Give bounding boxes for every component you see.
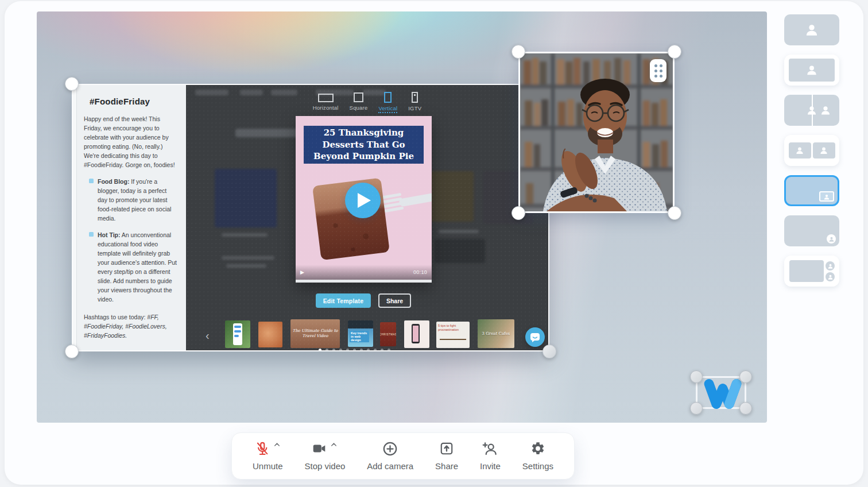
mic-muted-icon bbox=[255, 441, 270, 456]
pagination-dot[interactable] bbox=[367, 349, 370, 350]
video-preview-card: 25 Thanksgiving Desserts That Go Beyond … bbox=[296, 116, 432, 283]
stop-video-button[interactable]: Stop video bbox=[304, 441, 345, 471]
thumbnail-phone-chat[interactable] bbox=[225, 320, 250, 348]
bullet-square-icon bbox=[89, 232, 94, 237]
resize-handle-top-left[interactable] bbox=[65, 77, 79, 91]
share-screen-icon bbox=[439, 441, 454, 456]
bullet-lead: Food Blog: bbox=[98, 178, 129, 185]
pagination-dot[interactable] bbox=[319, 349, 321, 350]
chevron-up-icon[interactable] bbox=[273, 441, 281, 449]
logo-handle-bottom-left[interactable] bbox=[690, 402, 703, 415]
video-title-banner: 25 Thanksgiving Desserts That Go Beyond … bbox=[304, 126, 424, 164]
pagination-dot[interactable] bbox=[346, 349, 349, 350]
thumbnail-autumn-gratitude[interactable] bbox=[258, 322, 282, 347]
pagination-dot[interactable] bbox=[388, 349, 390, 350]
small-play-icon[interactable]: ▶ bbox=[300, 269, 304, 275]
horizontal-rect-icon bbox=[318, 94, 334, 102]
person-icon bbox=[827, 263, 834, 269]
webcam-handle-top-left[interactable] bbox=[512, 45, 525, 59]
logo-handle-top-left[interactable] bbox=[690, 370, 703, 383]
pagination-dot[interactable] bbox=[353, 349, 356, 350]
person-icon bbox=[819, 146, 828, 155]
add-camera-button[interactable]: Add camera bbox=[367, 441, 413, 471]
pagination-dot[interactable] bbox=[332, 349, 335, 350]
camera-bubble-icon bbox=[827, 234, 836, 244]
shared-app-screen: Horizontal Square Vertical IGTV 2 bbox=[186, 85, 548, 350]
bullet-body: An unconventional educational food video… bbox=[98, 231, 177, 303]
tab-igtv[interactable]: IGTV bbox=[408, 92, 421, 113]
pagination-dot[interactable] bbox=[374, 349, 377, 350]
webcam-handle-bottom-left[interactable] bbox=[512, 206, 525, 220]
edit-template-button[interactable]: Edit Template bbox=[316, 293, 371, 308]
notes-bullet: Hot Tip: An unconventional educational f… bbox=[89, 230, 177, 304]
pagination-dot[interactable] bbox=[381, 349, 383, 350]
pagination-dot[interactable] bbox=[360, 349, 363, 350]
thumbnail-procrastination[interactable]: 5 tips to fight procrastination bbox=[436, 322, 470, 348]
six-dot-drag-icon[interactable] bbox=[650, 59, 666, 82]
resize-handle-bottom-right[interactable] bbox=[542, 345, 556, 358]
share-button[interactable]: Share bbox=[435, 441, 458, 471]
logo-handle-bottom-right[interactable] bbox=[739, 402, 752, 415]
webcam-video-tile[interactable] bbox=[518, 52, 675, 213]
thumbnail-cafes[interactable]: 3 Great Cafes bbox=[478, 319, 514, 348]
camera-bubble-icon bbox=[826, 261, 835, 270]
unmute-label: Unmute bbox=[253, 461, 283, 471]
screen-share-window[interactable]: #FoodieFriday Happy end of the week! Thi… bbox=[72, 84, 549, 351]
layout-screen-inset-two-bubbles[interactable] bbox=[784, 256, 839, 287]
pip-camera-icon bbox=[819, 191, 834, 202]
chevron-up-icon[interactable] bbox=[330, 441, 338, 449]
thumbnail-travel-guide[interactable]: The Ultimate Guide to Travel Video bbox=[290, 319, 340, 348]
invite-label: Invite bbox=[480, 461, 501, 471]
thumbnail-caption: The Ultimate Guide to Travel Video bbox=[290, 328, 340, 339]
thumbnail-phone-mockup[interactable] bbox=[404, 320, 429, 348]
invite-person-icon bbox=[482, 441, 498, 457]
igtv-rect-icon bbox=[412, 92, 418, 103]
thumbnail-web-design-trends[interactable]: Key trends in web design bbox=[348, 320, 373, 347]
share-template-button[interactable]: Share bbox=[378, 293, 411, 308]
notes-title: #FoodieFriday bbox=[90, 96, 177, 106]
layout-two-cameras-fullscreen[interactable] bbox=[784, 95, 839, 126]
chat-bubble-button[interactable] bbox=[525, 327, 545, 347]
unmute-button[interactable]: Unmute bbox=[253, 441, 283, 471]
webcam-handle-bottom-right[interactable] bbox=[668, 206, 681, 220]
logo-handle-top-right[interactable] bbox=[739, 370, 752, 383]
tab-horizontal[interactable]: Horizontal bbox=[313, 92, 339, 113]
person-icon bbox=[805, 64, 818, 76]
resize-handle-bottom-left[interactable] bbox=[65, 345, 79, 358]
tab-vertical[interactable]: Vertical bbox=[378, 92, 397, 113]
person-icon bbox=[827, 274, 834, 280]
thumbnail-caption: 3 Great Cafes bbox=[482, 331, 510, 336]
chevron-left-icon[interactable]: ‹ bbox=[206, 330, 210, 341]
settings-button[interactable]: Settings bbox=[522, 441, 553, 471]
invite-button[interactable]: Invite bbox=[480, 441, 501, 471]
notes-hashtags: Hashtags to use today: #FF, #FoodieFrida… bbox=[84, 312, 177, 340]
notes-card: #FoodieFriday Happy end of the week! Thi… bbox=[73, 85, 186, 350]
video-duration: 00:10 bbox=[413, 269, 427, 275]
pagination-dot[interactable] bbox=[326, 349, 328, 350]
video-player-bar[interactable]: ▶ 00:10 bbox=[296, 265, 432, 280]
tab-square[interactable]: Square bbox=[350, 92, 368, 113]
notes-intro: Happy end of the week! This Friday, we e… bbox=[84, 114, 177, 169]
add-camera-label: Add camera bbox=[367, 461, 413, 471]
layout-camera-inset[interactable] bbox=[784, 55, 839, 86]
layout-two-cameras-inset[interactable] bbox=[784, 135, 839, 166]
bullet-lead: Hot Tip: bbox=[98, 231, 120, 238]
video-title: 25 Thanksgiving Desserts That Go Beyond … bbox=[306, 127, 421, 163]
hashtags-label: Hashtags to use today: bbox=[84, 314, 147, 320]
webcam-handle-top-right[interactable] bbox=[668, 45, 681, 59]
person-icon bbox=[804, 22, 819, 37]
layout-screen-with-camera-bubble[interactable] bbox=[784, 215, 839, 246]
pagination-dot[interactable] bbox=[339, 349, 342, 350]
format-tab-bar: Horizontal Square Vertical IGTV bbox=[186, 92, 548, 113]
share-label: Share bbox=[435, 461, 458, 471]
video-progress-bar[interactable] bbox=[296, 280, 432, 283]
layout-camera-fullscreen[interactable] bbox=[784, 14, 839, 45]
layout-sidebar bbox=[784, 14, 839, 296]
stream-canvas: #FoodieFriday Happy end of the week! Thi… bbox=[37, 11, 767, 423]
play-button[interactable] bbox=[345, 183, 381, 218]
camera-bubble-icon bbox=[826, 272, 835, 281]
watermark-logo-box[interactable] bbox=[696, 376, 746, 409]
thumbnail-christmas[interactable]: CHRISTMAS bbox=[380, 322, 396, 346]
thumbnail-caption: Key trends in web design bbox=[350, 331, 369, 342]
layout-screen-with-camera-corner[interactable] bbox=[784, 175, 839, 206]
